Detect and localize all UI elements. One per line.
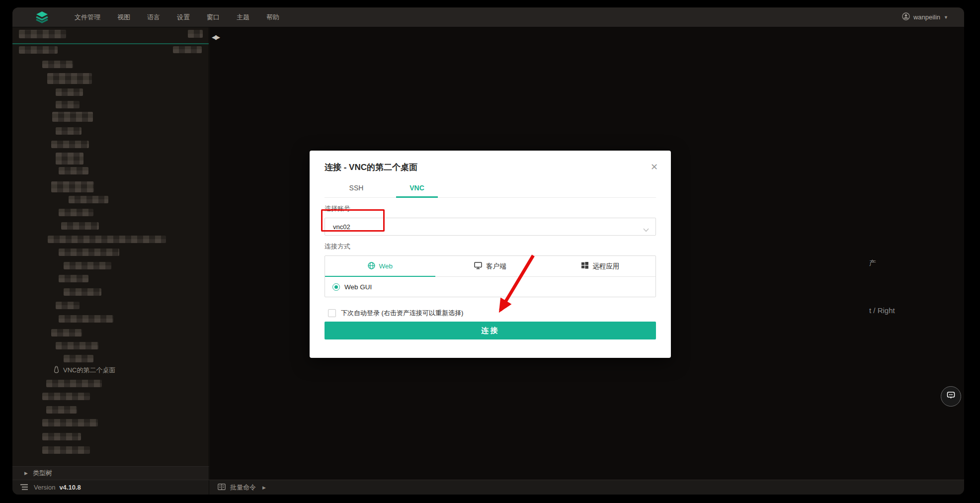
redacted-row: [61, 222, 99, 230]
menu-help[interactable]: 帮助: [258, 7, 288, 27]
redacted-row: [52, 112, 93, 122]
redacted-row: [59, 315, 113, 323]
method-label: 连接方式: [325, 242, 656, 251]
linux-asset-icon: [53, 366, 60, 375]
redacted-row: [42, 446, 90, 454]
version-section: Version v4.10.8: [12, 480, 209, 495]
redacted-row: [56, 302, 80, 309]
menu-view[interactable]: 视图: [109, 7, 139, 27]
tab-web-label: Web: [379, 262, 393, 270]
background-text-fragment: 产: [869, 259, 876, 268]
user-name: wanpeilin: [913, 13, 940, 21]
tab-client-label: 客户端: [486, 262, 506, 271]
account-select[interactable]: vnc02: [325, 218, 656, 236]
chevron-right-icon: ▶: [24, 471, 28, 476]
redacted-row: [59, 249, 119, 256]
menu-bar: 文件管理 视图 语言 设置 窗口 主题 帮助 wanpeilin ▼: [12, 7, 964, 27]
tab-client[interactable]: 客户端: [435, 256, 546, 276]
dialog-title: 连接 - VNC的第二个桌面: [325, 151, 656, 173]
user-icon: [902, 12, 910, 22]
redacted-row: [59, 275, 88, 282]
windows-icon: [581, 262, 588, 270]
batch-command-button[interactable]: 批量命令 ▶: [209, 483, 266, 492]
sidebar-item-label: VNC的第二个桌面: [63, 366, 115, 375]
redacted-row: [47, 73, 92, 84]
globe-icon: [368, 262, 375, 271]
redacted-row: [51, 329, 82, 336]
redacted-row: [42, 419, 98, 426]
version-value: v4.10.8: [59, 484, 81, 491]
redacted-row: [69, 196, 108, 203]
monitor-icon: [474, 262, 482, 271]
redacted-row: [46, 380, 102, 387]
sidebar-item-vnc-desktop[interactable]: VNC的第二个桌面: [12, 364, 209, 376]
auto-login-label[interactable]: 下次自动登录 (右击资产连接可以重新选择): [341, 309, 463, 318]
user-menu[interactable]: wanpeilin ▼: [902, 12, 964, 22]
protocol-tabs: SSH VNC: [325, 179, 656, 198]
connect-dialog: 连接 - VNC的第二个桌面 ✕ SSH VNC 选择账号 vnc02 连接方式: [310, 151, 671, 358]
type-tree-section[interactable]: ▶ 类型树: [12, 466, 209, 480]
active-tab-underline: [325, 276, 435, 277]
redacted-row: [48, 236, 166, 243]
redacted-row: [56, 153, 83, 165]
account-selected-value: vnc02: [333, 223, 350, 231]
auto-login-checkbox[interactable]: [328, 309, 336, 317]
feedback-chat-button[interactable]: [941, 386, 961, 407]
redacted-row: [56, 127, 82, 135]
connect-button[interactable]: 连接: [325, 322, 656, 339]
redacted-row: [19, 30, 66, 38]
tab-vnc[interactable]: VNC: [396, 179, 438, 197]
app-window: 文件管理 视图 语言 设置 窗口 主题 帮助 wanpeilin ▼: [12, 7, 964, 495]
asset-tree-sidebar: VNC的第二个桌面: [12, 27, 209, 466]
close-icon[interactable]: ✕: [651, 163, 658, 171]
auto-login-row: 下次自动登录 (右击资产连接可以重新选择): [325, 309, 656, 318]
tab-web[interactable]: Web: [325, 256, 435, 276]
batch-command-icon: [218, 483, 226, 492]
redacted-row: [173, 46, 202, 53]
tab-ssh[interactable]: SSH: [335, 179, 377, 197]
version-label: Version: [34, 484, 55, 491]
app-logo-icon[interactable]: [34, 10, 49, 25]
tab-remote-app-label: 远程应用: [592, 262, 619, 271]
account-label: 选择账号: [325, 204, 656, 213]
menu-theme[interactable]: 主题: [228, 7, 258, 27]
chevron-down-icon: ▼: [944, 15, 948, 20]
redacted-row: [64, 288, 101, 296]
chat-bubble-icon: [946, 390, 956, 403]
sidebar-active-underline: [12, 43, 209, 44]
chevron-right-icon: ▶: [262, 485, 266, 490]
batch-command-label: 批量命令: [230, 483, 256, 492]
tab-remote-app[interactable]: 远程应用: [545, 256, 655, 276]
redacted-row: [56, 101, 80, 108]
webgui-radio-label: Web GUI: [344, 283, 372, 291]
redacted-row: [51, 141, 89, 148]
list-icon: [20, 483, 28, 492]
chevron-down-icon: [643, 225, 649, 234]
redacted-row: [64, 262, 111, 269]
main-menu: 文件管理 视图 语言 设置 窗口 主题 帮助: [66, 7, 288, 27]
redacted-row: [56, 88, 83, 96]
radio-selected-icon: [332, 283, 340, 291]
menu-language[interactable]: 语言: [139, 7, 168, 27]
redacted-row: [56, 342, 98, 349]
redacted-row: [42, 61, 73, 68]
panel-collapse-handle[interactable]: ◀▶: [212, 33, 219, 41]
type-tree-label: 类型树: [33, 469, 52, 478]
menu-window[interactable]: 窗口: [198, 7, 228, 27]
redacted-row: [42, 433, 81, 440]
redacted-row: [59, 167, 88, 174]
redacted-row: [59, 209, 93, 216]
method-tabs: Web 客户端: [325, 256, 655, 277]
redacted-row: [64, 355, 93, 362]
connection-method-box: Web 客户端: [325, 255, 656, 297]
webgui-radio-option[interactable]: Web GUI: [325, 277, 655, 297]
redacted-row: [42, 393, 90, 400]
redacted-row: [46, 406, 77, 414]
redacted-row: [19, 46, 58, 54]
redacted-row: [188, 30, 203, 38]
background-text-fragment: t / Right: [869, 306, 895, 315]
redacted-row: [51, 181, 94, 192]
menu-file-management[interactable]: 文件管理: [66, 7, 109, 27]
menu-settings[interactable]: 设置: [168, 7, 198, 27]
status-bar: Version v4.10.8 批量命令 ▶: [12, 480, 964, 495]
